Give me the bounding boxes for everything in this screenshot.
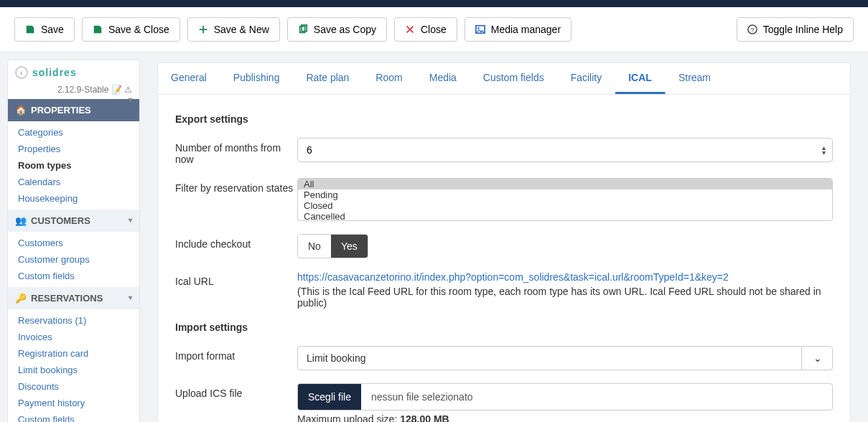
tab-facility[interactable]: Facility — [558, 63, 616, 94]
sidebar-item[interactable]: Custom fields — [8, 268, 139, 284]
format-label: Import format — [175, 346, 297, 362]
question-icon: ? — [747, 24, 757, 34]
file-input[interactable]: Scegli file nessun file selezionato — [297, 383, 833, 411]
tab-rate-plan[interactable]: Rate plan — [293, 63, 363, 94]
state-option[interactable]: Cancelled — [298, 211, 832, 221]
image-icon — [475, 24, 485, 34]
brand-version: 2.12.9-Stable 📝 ⚠ — [8, 85, 139, 99]
tab-publishing[interactable]: Publishing — [220, 63, 294, 94]
sidebar-item[interactable]: Custom fields — [8, 411, 139, 422]
state-option[interactable]: All — [298, 179, 832, 189]
tab-custom-fields[interactable]: Custom fields — [470, 63, 558, 94]
sidebar-item[interactable]: Housekeeping — [8, 190, 139, 207]
import-title: Import settings — [175, 322, 833, 333]
section-reservations[interactable]: 🔑 RESERVATIONS ▾ — [8, 287, 139, 309]
save-new-button[interactable]: Save & New — [187, 17, 280, 42]
filter-label: Filter by reservation states — [175, 178, 297, 194]
sidebar-item[interactable]: Room types — [8, 157, 139, 174]
tabs: GeneralPublishingRate planRoomMediaCusto… — [157, 62, 851, 95]
sidebar: ‹ solidres 2.12.9-Stable 📝 ⚠ 🏠 PROPERTIE… — [0, 52, 140, 422]
file-choose-button[interactable]: Scegli file — [298, 384, 361, 410]
key-icon: 🔑 — [15, 293, 27, 304]
save-close-label: Save & Close — [108, 24, 169, 35]
state-option[interactable]: Closed — [298, 200, 832, 211]
states-multiselect[interactable]: AllPendingClosedCancelled — [297, 178, 833, 221]
save-button[interactable]: Save — [14, 17, 75, 42]
sidebar-item[interactable]: Reservations (1) — [8, 312, 139, 329]
tab-general[interactable]: General — [158, 63, 220, 94]
save-copy-button[interactable]: Save as Copy — [287, 17, 387, 42]
svg-point-3 — [477, 27, 480, 29]
brand-row: ‹ solidres — [8, 60, 139, 85]
file-none-text: nessun file selezionato — [361, 384, 832, 410]
months-label: Number of months from now — [175, 138, 297, 165]
copy-icon — [298, 24, 308, 34]
media-manager-label: Media manager — [491, 24, 561, 35]
tab-room[interactable]: Room — [363, 63, 416, 94]
tab-media[interactable]: Media — [416, 63, 470, 94]
section-properties[interactable]: 🏠 PROPERTIES ▾ — [8, 99, 139, 121]
close-icon — [405, 24, 415, 34]
home-icon: 🏠 — [15, 105, 27, 116]
save-label: Save — [41, 24, 64, 35]
plus-icon — [198, 24, 208, 34]
sidebar-item[interactable]: Limit bookings — [8, 362, 139, 378]
tab-ical[interactable]: ICAL — [615, 63, 666, 94]
section-properties-label: PROPERTIES — [31, 105, 132, 116]
export-title: Export settings — [175, 113, 833, 125]
ical-url-link[interactable]: https://casavacanzetorino.it/index.php?o… — [297, 271, 729, 283]
sidebar-item[interactable]: Payment history — [8, 395, 139, 411]
checkout-label: Include checkout — [175, 234, 297, 250]
close-button[interactable]: Close — [394, 17, 457, 42]
sidebar-item[interactable]: Discounts — [8, 378, 139, 395]
users-icon: 👥 — [15, 215, 27, 226]
format-select[interactable]: Limit booking — [297, 346, 833, 370]
save-copy-label: Save as Copy — [314, 24, 376, 35]
upload-label: Upload ICS file — [175, 383, 297, 399]
chevron-down-icon: ▾ — [129, 216, 132, 224]
chevron-down-icon: ▾ — [129, 95, 132, 103]
tab-stream[interactable]: Stream — [666, 63, 724, 94]
max-size: Maximum upload size: 128.00 MB — [297, 413, 833, 422]
back-icon[interactable]: ‹ — [15, 66, 28, 79]
sidebar-item[interactable]: Properties — [8, 141, 139, 157]
action-toolbar: Save Save & Close Save & New Save as Cop… — [0, 7, 868, 52]
section-customers-label: CUSTOMERS — [31, 215, 90, 226]
svg-text:?: ? — [750, 27, 754, 34]
checkout-toggle: No Yes — [297, 234, 368, 258]
save-icon — [25, 24, 35, 34]
toggle-help-button[interactable]: ? Toggle Inline Help — [737, 17, 854, 42]
section-customers[interactable]: 👥 CUSTOMERS ▾ — [8, 210, 139, 232]
save-icon — [93, 24, 103, 34]
checkout-yes[interactable]: Yes — [331, 235, 368, 258]
state-option[interactable]: Pending — [298, 189, 832, 200]
ical-url-hint: (This is the Ical Feed URL for this room… — [297, 286, 833, 309]
chevron-down-icon: ▾ — [129, 294, 132, 301]
sidebar-item[interactable]: Calendars — [8, 174, 139, 190]
sidebar-item[interactable]: Invoices — [8, 329, 139, 345]
sidebar-item[interactable]: Registration card — [8, 345, 139, 362]
media-manager-button[interactable]: Media manager — [465, 17, 571, 42]
section-reservations-label: RESERVATIONS — [31, 293, 103, 304]
ical-url-label: Ical URL — [175, 271, 297, 287]
chevron-down-icon[interactable]: ⌄ — [801, 346, 833, 370]
checkout-no[interactable]: No — [298, 235, 331, 258]
close-label: Close — [421, 24, 447, 35]
toggle-help-label: Toggle Inline Help — [763, 24, 843, 35]
save-close-button[interactable]: Save & Close — [82, 17, 180, 42]
sidebar-item[interactable]: Customer groups — [8, 251, 139, 268]
brand-name: solidres — [32, 67, 77, 78]
spinner-icon[interactable]: ▴▾ — [822, 145, 826, 155]
sidebar-item[interactable]: Customers — [8, 235, 139, 251]
save-new-label: Save & New — [214, 24, 269, 35]
sidebar-item[interactable]: Categories — [8, 124, 139, 141]
months-input[interactable] — [297, 138, 833, 162]
